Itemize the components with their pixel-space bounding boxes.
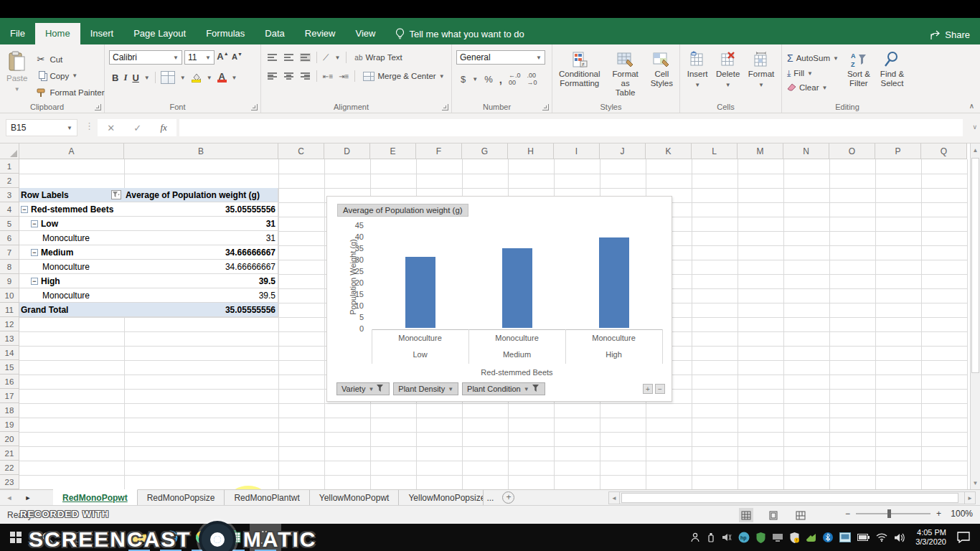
- pivot-label-cell[interactable]: Monoculture: [19, 260, 124, 273]
- pivot-label-cell[interactable]: −Red-stemmed Beets: [19, 202, 124, 216]
- insert-function-icon[interactable]: fx: [160, 122, 166, 133]
- column-header-Q[interactable]: Q: [921, 143, 967, 159]
- row-header-19[interactable]: 19: [0, 418, 19, 432]
- ribbon-tab-view[interactable]: View: [345, 23, 385, 44]
- wifi-tray-icon[interactable]: [876, 533, 887, 542]
- underline-button[interactable]: U: [132, 72, 138, 83]
- find-select-button[interactable]: Find & Select: [877, 47, 908, 93]
- zoom-level-label[interactable]: 100%: [947, 509, 973, 519]
- ribbon-tab-page-layout[interactable]: Page Layout: [123, 23, 196, 44]
- row-header-12[interactable]: 12: [0, 317, 19, 331]
- bluetooth-tray-icon[interactable]: [823, 532, 833, 542]
- pivot-chart[interactable]: Average of Population weight (g) Populat…: [326, 196, 672, 402]
- fill-color-caret-icon[interactable]: ▼: [207, 75, 212, 81]
- pivot-value-cell[interactable]: 35.05555556: [124, 303, 278, 316]
- chart-title-button[interactable]: Average of Population weight (g): [337, 204, 468, 217]
- font-color-button[interactable]: A: [217, 72, 227, 83]
- battery-tray-icon[interactable]: [857, 534, 870, 541]
- sheet-tab-redmonopopwt[interactable]: RedMonoPopwt: [53, 489, 138, 505]
- zoom-in-button[interactable]: +: [936, 509, 941, 519]
- horizontal-scroll-thumb[interactable]: [621, 493, 958, 503]
- row-labels-filter-icon[interactable]: [111, 190, 121, 199]
- pivot-value-cell[interactable]: 39.5: [124, 288, 278, 302]
- column-header-P[interactable]: P: [875, 143, 921, 159]
- select-all-corner[interactable]: [0, 143, 19, 159]
- vertical-scrollbar[interactable]: ▲ ▼: [970, 143, 980, 489]
- column-header-N[interactable]: N: [783, 143, 829, 159]
- pivot-label-cell[interactable]: −High: [19, 274, 124, 288]
- people-tray-icon[interactable]: [690, 532, 700, 542]
- row-header-2[interactable]: 2: [0, 174, 19, 188]
- pivot-row-3[interactable]: Row LabelsAverage of Population weight (…: [19, 188, 278, 202]
- copy-button[interactable]: Copy▼: [32, 69, 106, 83]
- row-header-23[interactable]: 23: [0, 475, 19, 489]
- alignment-dialog-launcher[interactable]: [442, 104, 448, 110]
- orientation-button[interactable]: ⟋: [323, 52, 329, 62]
- increase-decimal-button[interactable]: ←.000: [509, 72, 521, 86]
- pivot-row-11[interactable]: Grand Total35.05555556: [19, 303, 278, 317]
- orientation-caret-icon[interactable]: ▼: [334, 55, 340, 61]
- sheet-nav-left-icon[interactable]: ◄: [0, 490, 19, 505]
- enter-formula-icon[interactable]: ✓: [133, 123, 141, 133]
- clear-button[interactable]: Clear▼: [785, 82, 841, 93]
- name-box[interactable]: B15▼: [6, 119, 77, 136]
- column-header-C[interactable]: C: [278, 143, 324, 159]
- share-button[interactable]: Share: [930, 29, 970, 40]
- collapse-icon[interactable]: −: [31, 249, 38, 256]
- chart-bar-low[interactable]: [405, 257, 435, 328]
- zoom-out-button[interactable]: −: [845, 509, 850, 519]
- collapse-icon[interactable]: −: [31, 220, 38, 227]
- pivot-label-cell[interactable]: Monoculture: [19, 288, 124, 302]
- pivot-row-8[interactable]: Monoculture34.66666667: [19, 260, 278, 274]
- bottom-align-button[interactable]: [300, 53, 311, 62]
- font-color-caret-icon[interactable]: ▼: [232, 75, 237, 81]
- paste-button[interactable]: Paste ▼: [3, 47, 31, 99]
- row-header-15[interactable]: 15: [0, 360, 19, 375]
- column-header-G[interactable]: G: [462, 143, 508, 159]
- formula-input[interactable]: [179, 119, 963, 136]
- column-header-D[interactable]: D: [324, 143, 370, 159]
- conditional-formatting-button[interactable]: ≠ Conditional Formatting: [555, 49, 604, 100]
- pivot-value-cell[interactable]: 35.05555556: [124, 202, 278, 216]
- column-header-F[interactable]: F: [416, 143, 462, 159]
- sheet-tabs-overflow[interactable]: ...: [484, 490, 496, 505]
- pivot-row-7[interactable]: −Medium34.66666667: [19, 245, 278, 260]
- zoom-slider-thumb[interactable]: [887, 509, 891, 518]
- insert-cells-button[interactable]: Insert▼: [684, 49, 712, 92]
- fill-color-button[interactable]: [191, 73, 202, 83]
- column-header-O[interactable]: O: [829, 143, 875, 159]
- sheet-grid[interactable]: ABCDEFGHIJKLMNOPQ 1234567891011121314151…: [0, 143, 980, 489]
- font-family-select[interactable]: Calibri▼: [109, 50, 182, 65]
- row-header-10[interactable]: 10: [0, 288, 19, 303]
- display-tray-icon[interactable]: [772, 533, 783, 542]
- zoom-slider[interactable]: [856, 513, 930, 514]
- row-header-8[interactable]: 8: [0, 260, 19, 274]
- row-header-17[interactable]: 17: [0, 389, 19, 403]
- wrap-text-button[interactable]: abWrap Text: [352, 52, 404, 62]
- borders-button[interactable]: [161, 71, 175, 84]
- column-header-J[interactable]: J: [600, 143, 646, 159]
- formula-bar-expand-icon[interactable]: ∨: [972, 123, 977, 131]
- sort-filter-button[interactable]: AZ Sort & Filter: [844, 47, 874, 93]
- defender-warning-tray-icon[interactable]: !: [790, 532, 799, 543]
- pivot-value-cell[interactable]: 31: [124, 231, 278, 245]
- pivot-label-cell[interactable]: Monoculture: [19, 231, 124, 245]
- new-sheet-button[interactable]: +: [502, 491, 514, 504]
- row-header-22[interactable]: 22: [0, 461, 19, 475]
- page-break-view-button[interactable]: [793, 508, 808, 522]
- pivot-label-cell[interactable]: −Medium: [19, 245, 124, 259]
- cancel-formula-icon[interactable]: ✕: [107, 123, 115, 133]
- bold-button[interactable]: B: [112, 72, 118, 83]
- pivot-row-5[interactable]: −Low31: [19, 217, 278, 231]
- sheet-tab-redmonoplantwt[interactable]: RedMonoPlantwt: [225, 490, 309, 505]
- row-header-5[interactable]: 5: [0, 217, 19, 231]
- row-header-21[interactable]: 21: [0, 446, 19, 461]
- usb-tray-icon[interactable]: [707, 532, 715, 542]
- borders-caret-icon[interactable]: ▼: [180, 75, 186, 81]
- pivot-row-6[interactable]: Monoculture31: [19, 231, 278, 245]
- column-header-H[interactable]: H: [508, 143, 554, 159]
- row-header-18[interactable]: 18: [0, 403, 19, 418]
- tell-me-box[interactable]: Tell me what you want to do: [385, 23, 534, 44]
- scroll-down-icon[interactable]: ▼: [971, 476, 980, 489]
- top-align-button[interactable]: [267, 53, 278, 62]
